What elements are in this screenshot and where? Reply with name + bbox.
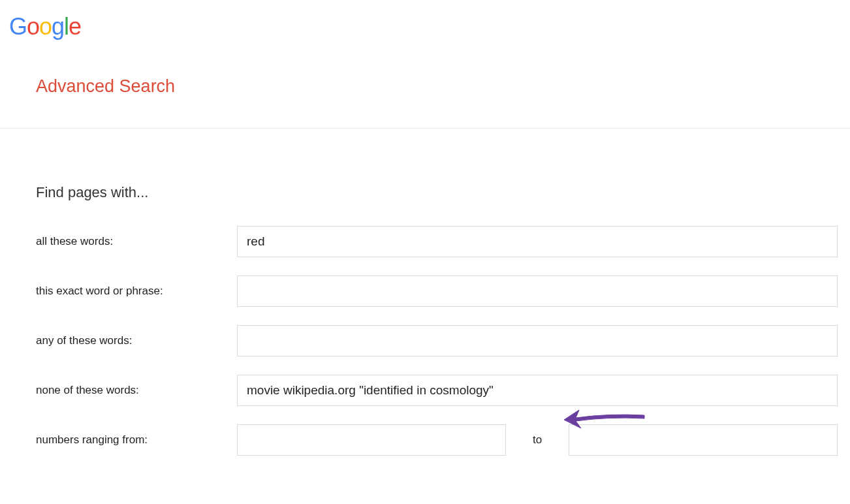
row-all-words: all these words: xyxy=(36,226,850,257)
row-none-words: none of these words: xyxy=(36,375,850,406)
label-exact-phrase: this exact word or phrase: xyxy=(36,285,237,298)
label-all-words: all these words: xyxy=(36,235,237,248)
input-exact-phrase[interactable] xyxy=(237,276,838,307)
label-any-words: any of these words: xyxy=(36,334,237,347)
page-title: Advanced Search xyxy=(36,76,850,97)
row-number-range: numbers ranging from: to xyxy=(36,424,850,456)
google-logo[interactable]: Google xyxy=(9,13,850,40)
row-exact-phrase: this exact word or phrase: xyxy=(36,276,850,307)
label-range-to: to xyxy=(506,433,569,447)
input-any-words[interactable] xyxy=(237,325,838,356)
section-title: Find pages with... xyxy=(36,184,850,201)
label-number-range: numbers ranging from: xyxy=(36,433,237,447)
input-none-words[interactable] xyxy=(237,375,838,406)
input-range-from[interactable] xyxy=(237,424,506,456)
label-none-words: none of these words: xyxy=(36,384,237,397)
input-range-to[interactable] xyxy=(569,424,838,456)
input-all-words[interactable] xyxy=(237,226,838,257)
row-any-words: any of these words: xyxy=(36,325,850,356)
